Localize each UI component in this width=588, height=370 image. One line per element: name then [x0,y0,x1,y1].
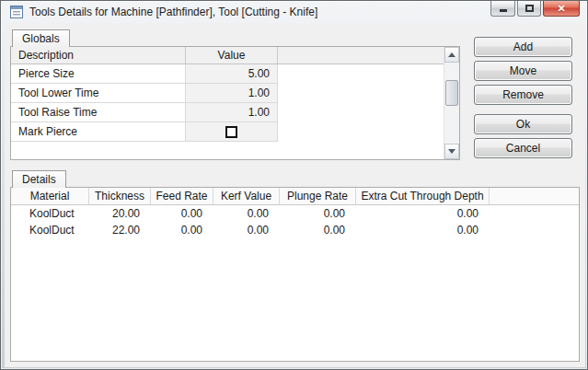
close-button[interactable]: ✕ [543,1,580,17]
cell-filler [490,222,579,238]
tab-globals[interactable]: Globals [12,29,70,47]
header-filler [490,188,579,204]
cancel-button[interactable]: Cancel [474,138,572,158]
remove-button[interactable]: Remove [474,85,572,105]
cell-kerf-value: 0.00 [213,205,280,222]
row-filler [278,84,444,103]
column-header-extra-cut-through-depth[interactable]: Extra Cut Through Depth [356,188,490,204]
column-header-feed-rate[interactable]: Feed Rate [151,188,213,204]
cell-material: KoolDuct [11,222,89,238]
row-description: Mark Pierce [11,122,186,142]
row-description: Tool Lower Time [11,84,186,103]
mark-pierce-checkbox[interactable] [225,126,237,138]
globals-header-row: Description Value [11,47,444,64]
column-header-plunge-rate[interactable]: Plunge Rate [280,188,356,204]
row-description: Tool Raise Time [11,103,186,122]
globals-table: Description Value Pierce Size 5.00 Tool … [10,46,460,160]
row-filler [278,103,444,122]
row-filler [278,64,444,84]
window-controls: ✕ [490,1,580,17]
row-value[interactable]: 1.00 [186,84,278,103]
cell-plunge-rate: 0.00 [280,222,356,238]
titlebar[interactable]: Tools Details for Machine [Pathfinder], … [1,1,587,23]
table-row[interactable]: Pierce Size 5.00 [11,64,444,84]
table-row[interactable]: KoolDuct 22.00 0.00 0.00 0.00 0.00 [11,222,579,238]
cell-filler [490,205,579,222]
arrow-down-icon [448,149,455,154]
column-header-material[interactable]: Material [11,188,89,204]
table-row[interactable]: KoolDuct 20.00 0.00 0.00 0.00 0.00 [11,205,579,222]
add-button[interactable]: Add [474,37,572,57]
globals-grid: Description Value Pierce Size 5.00 Tool … [11,47,444,159]
row-description: Pierce Size [11,64,186,84]
close-icon: ✕ [557,4,565,14]
table-row[interactable]: Mark Pierce [11,122,444,142]
column-header-description[interactable]: Description [11,47,186,64]
scroll-down-button[interactable] [444,144,459,159]
minimize-icon [500,9,507,12]
row-value[interactable]: 1.00 [186,103,278,122]
column-header-thickness[interactable]: Thickness [89,188,151,204]
cell-feed-rate: 0.00 [151,205,213,222]
column-header-kerf-value[interactable]: Kerf Value [213,188,280,204]
window-title: Tools Details for Machine [Pathfinder], … [29,6,317,18]
scrollbar-thumb[interactable] [445,80,458,106]
dialog-window: Tools Details for Machine [Pathfinder], … [0,0,588,370]
minimize-button[interactable] [490,1,515,17]
cell-thickness: 22.00 [89,222,151,238]
move-button[interactable]: Move [474,61,572,81]
cell-material: KoolDuct [11,205,89,222]
column-header-value[interactable]: Value [186,47,278,64]
details-table: Material Thickness Feed Rate Kerf Value … [10,187,580,362]
maximize-button[interactable] [517,1,541,17]
vertical-scrollbar[interactable] [444,47,459,159]
arrow-up-icon [448,52,455,57]
row-value [186,122,278,142]
maximize-icon [525,5,534,12]
cell-extra-cut-through-depth: 0.00 [356,222,490,238]
dialog-client-area: Globals Description Value Pierce Size 5.… [5,23,585,367]
table-row[interactable]: Tool Lower Time 1.00 [11,84,444,103]
details-header-row: Material Thickness Feed Rate Kerf Value … [11,188,579,205]
row-filler [278,122,444,142]
application-icon [10,6,23,18]
cell-extra-cut-through-depth: 0.00 [356,205,490,222]
header-filler [278,47,444,64]
cell-plunge-rate: 0.00 [280,205,356,222]
cell-feed-rate: 0.00 [151,222,213,238]
scroll-up-button[interactable] [444,47,459,63]
row-value[interactable]: 5.00 [186,64,278,84]
cell-kerf-value: 0.00 [213,222,280,238]
table-row[interactable]: Tool Raise Time 1.00 [11,103,444,122]
ok-button[interactable]: Ok [474,114,572,134]
tab-details[interactable]: Details [12,170,66,188]
cell-thickness: 20.00 [89,205,151,222]
